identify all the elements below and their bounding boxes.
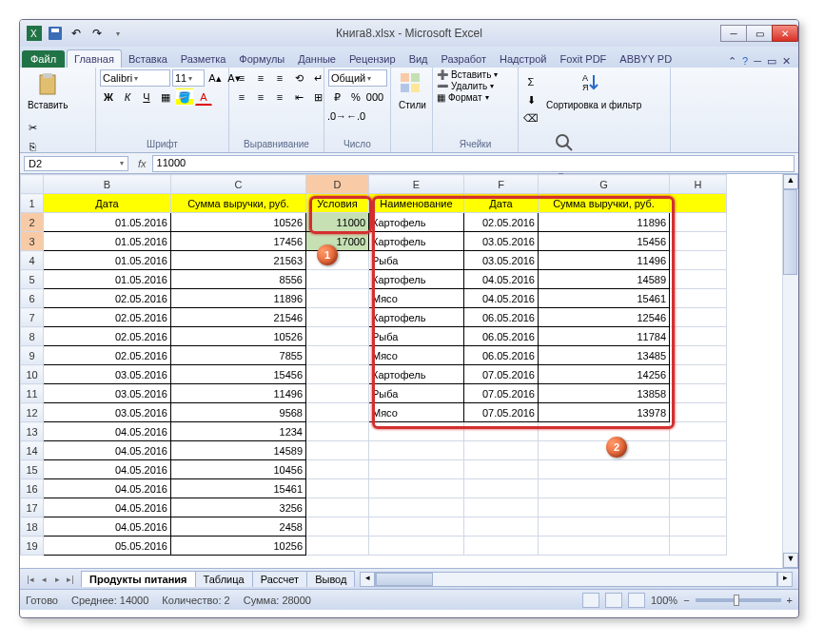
cell-B12[interactable]: 03.05.2016 [44, 403, 171, 422]
cell-H15[interactable] [670, 460, 727, 479]
file-tab[interactable]: Файл [22, 50, 65, 68]
cell-H12[interactable] [670, 403, 727, 422]
tab-addins[interactable]: Надстрой [493, 50, 553, 68]
cell-F8[interactable]: 06.05.2016 [464, 327, 539, 346]
scroll-right-icon[interactable]: ▸ [777, 572, 793, 587]
vscroll-thumb[interactable] [783, 189, 797, 275]
cell-C1[interactable]: Сумма выручки, руб. [171, 194, 306, 213]
cell-B13[interactable]: 04.05.2016 [44, 422, 171, 441]
tab-developer[interactable]: Разработ [435, 50, 493, 68]
cell-D5[interactable] [306, 270, 369, 289]
cell-F9[interactable]: 06.05.2016 [464, 346, 539, 365]
cell-H5[interactable] [670, 270, 727, 289]
minimize-button[interactable]: ─ [720, 25, 747, 42]
sheet-nav-next-icon[interactable]: ▸ [50, 575, 64, 584]
row-header-1[interactable]: 1 [21, 194, 44, 213]
align-middle-icon[interactable]: ≡ [252, 69, 269, 87]
cell-F10[interactable]: 07.05.2016 [464, 365, 539, 384]
orientation-icon[interactable]: ⟲ [290, 69, 307, 87]
close-button[interactable]: ✕ [772, 25, 798, 42]
view-normal-icon[interactable] [582, 593, 599, 608]
cell-C11[interactable]: 11496 [171, 384, 306, 403]
sheet-tab-3[interactable]: Вывод [306, 571, 355, 587]
cell-G1[interactable]: Сумма выручки, руб. [539, 194, 670, 213]
tab-abbyy[interactable]: ABBYY PD [613, 50, 678, 68]
comma-icon[interactable]: 000 [366, 88, 383, 106]
cell-F16[interactable] [464, 479, 539, 498]
cell-E6[interactable]: Мясо [369, 289, 464, 308]
row-header-8[interactable]: 8 [21, 327, 44, 346]
number-format-combo[interactable]: Общий▾ [328, 69, 387, 87]
row-header-18[interactable]: 18 [21, 517, 44, 537]
fill-color-icon[interactable]: 🪣 [176, 88, 193, 106]
bold-button[interactable]: Ж [100, 88, 117, 106]
cell-H13[interactable] [670, 422, 727, 441]
cell-C2[interactable]: 10526 [171, 213, 306, 232]
scroll-up-icon[interactable]: ▲ [783, 174, 798, 189]
cell-F14[interactable] [464, 441, 539, 460]
cell-F1[interactable]: Дата [464, 194, 539, 213]
zoom-slider[interactable] [696, 598, 781, 602]
name-box[interactable]: D2▾ [24, 156, 128, 171]
cell-B2[interactable]: 01.05.2016 [44, 213, 171, 232]
cell-C9[interactable]: 7855 [171, 346, 306, 365]
horizontal-scrollbar[interactable]: ◂ ▸ [360, 572, 793, 587]
cell-B15[interactable]: 04.05.2016 [44, 460, 171, 479]
cell-H2[interactable] [670, 213, 727, 232]
italic-button[interactable]: К [119, 88, 136, 106]
clear-icon[interactable]: ⌫ [522, 109, 540, 127]
row-header-15[interactable]: 15 [21, 460, 44, 479]
maximize-button[interactable]: ▭ [746, 25, 773, 42]
cell-H6[interactable] [670, 289, 727, 308]
format-cells-button[interactable]: ▦Формат▾ [437, 92, 489, 103]
row-header-11[interactable]: 11 [21, 384, 44, 403]
col-header-D[interactable]: D [306, 175, 369, 194]
cell-G12[interactable]: 13978 [539, 403, 670, 422]
sheet-nav-last-icon[interactable]: ▸| [64, 575, 77, 584]
cell-D8[interactable] [306, 327, 369, 346]
cell-E19[interactable] [369, 537, 464, 556]
cell-E5[interactable]: Картофель [369, 270, 464, 289]
cell-F11[interactable]: 07.05.2016 [464, 384, 539, 403]
cell-C15[interactable]: 10456 [171, 460, 306, 479]
sheet-tab-0[interactable]: Продукты питания [81, 571, 196, 587]
cell-G14[interactable] [539, 441, 670, 460]
tab-formulas[interactable]: Формулы [232, 50, 291, 68]
insert-cells-button[interactable]: ➕Вставить▾ [437, 69, 498, 80]
cell-B16[interactable]: 04.05.2016 [44, 479, 171, 498]
cell-H14[interactable] [670, 441, 727, 460]
align-bottom-icon[interactable]: ≡ [271, 69, 288, 87]
cell-H10[interactable] [670, 365, 727, 384]
view-layout-icon[interactable] [605, 593, 622, 608]
cell-D14[interactable] [306, 441, 369, 460]
row-header-9[interactable]: 9 [21, 346, 44, 365]
cell-C8[interactable]: 10526 [171, 327, 306, 346]
row-header-6[interactable]: 6 [21, 289, 44, 308]
sheet-nav-first-icon[interactable]: |◂ [24, 575, 37, 584]
sheet-nav-prev-icon[interactable]: ◂ [37, 575, 50, 584]
cell-F7[interactable]: 06.05.2016 [464, 308, 539, 327]
cell-G13[interactable] [539, 422, 670, 441]
tab-layout[interactable]: Разметка [174, 50, 233, 68]
cell-C5[interactable]: 8556 [171, 270, 306, 289]
cell-E12[interactable]: Мясо [369, 403, 464, 422]
cell-G15[interactable] [539, 460, 670, 479]
row-header-3[interactable]: 3 [21, 232, 44, 251]
cell-C19[interactable]: 10256 [171, 537, 306, 556]
cell-D18[interactable] [306, 517, 369, 537]
underline-button[interactable]: Ч [138, 88, 155, 106]
cell-C18[interactable]: 2458 [171, 517, 306, 537]
cell-D16[interactable] [306, 479, 369, 498]
cell-G18[interactable] [539, 517, 670, 537]
font-name-combo[interactable]: Calibri▾ [100, 69, 170, 87]
cell-E2[interactable]: Картофель [369, 213, 464, 232]
cell-G11[interactable]: 13858 [539, 384, 670, 403]
decrease-decimal-icon[interactable]: ←.0 [347, 107, 364, 125]
cell-G3[interactable]: 15456 [539, 232, 670, 251]
row-header-5[interactable]: 5 [21, 270, 44, 289]
cell-F6[interactable]: 04.05.2016 [464, 289, 539, 308]
col-header-E[interactable]: E [369, 175, 464, 194]
cell-B1[interactable]: Дата [44, 194, 171, 213]
cell-H8[interactable] [670, 327, 727, 346]
cut-icon[interactable]: ✂ [24, 119, 41, 136]
